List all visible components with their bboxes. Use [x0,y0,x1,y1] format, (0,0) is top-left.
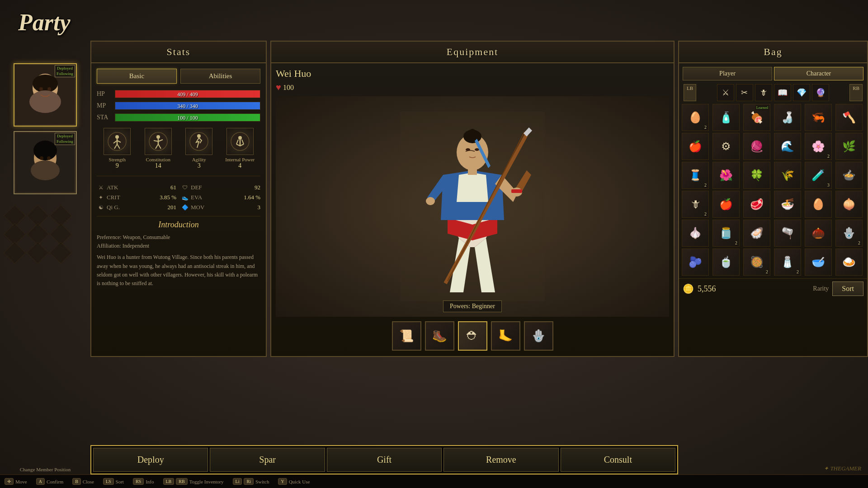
item-icon-15: 🌾 [781,169,794,182]
item-slot-29[interactable]: 🪬2 [835,220,863,247]
item-icon-9: 🌊 [781,140,794,153]
item-slot-15[interactable]: 🌾 [774,162,801,189]
weapon-icon-2[interactable]: 🗡 [755,84,772,101]
move-btn-icon: ✛ [5,478,14,485]
sta-text: 100 / 100 [115,114,260,122]
item-slot-33[interactable]: 🧂2 [774,249,801,276]
tab-abilities[interactable]: Abilities [180,69,260,84]
strength-value: 9 [116,162,119,169]
item-slot-18[interactable]: 🗡2 [682,191,709,218]
item-slot-22[interactable]: 🥚 [805,191,832,218]
mp-row: MP 340 / 340 [97,102,260,110]
item-slot-23[interactable]: 🧅 [835,191,863,218]
crit-val: 3.85 % [151,194,176,201]
item-slot-34[interactable]: 🥣 [805,249,832,276]
lb-indicator[interactable]: LB [684,84,696,101]
svg-point-20 [156,135,160,139]
item-slot-35[interactable]: 🍛 [835,249,863,276]
eva-label: EVA [191,194,234,201]
sort-button[interactable]: Sort [832,282,863,296]
item-slot-28[interactable]: 🌰 [805,220,832,247]
item-slot-25[interactable]: 🫙2 [712,220,740,247]
item-slot-8[interactable]: 🧶 [743,133,770,160]
stats-tabs: Basic Abilities [97,69,260,84]
weapon-icon-3[interactable]: 📖 [774,84,791,101]
weapon-icon-1[interactable]: ✂ [736,84,753,101]
weapon-icon-5[interactable]: 🔮 [812,84,829,101]
weapon-icon-0[interactable]: ⚔ [717,84,734,101]
equip-slot-2[interactable]: ⛑ [458,321,487,351]
weapon-type-icons: ⚔ ✂ 🗡 📖 💎 🔮 [696,84,849,101]
item-slot-20[interactable]: 🥩 [743,191,770,218]
quick-use-label: Quick Use [289,479,310,484]
party-member-1[interactable]: Deployed Following [14,63,77,127]
item-slot-19[interactable]: 🍎 [712,191,740,218]
tab-basic[interactable]: Basic [97,69,177,84]
internal-power-icon [226,128,254,155]
item-slot-4[interactable]: 🦐 [805,104,832,131]
item-slot-3[interactable]: 🍶 [774,104,801,131]
item-learned-2: Learned [755,105,769,110]
item-count-16: 3 [827,183,830,188]
equip-slot-4[interactable]: 🪬 [524,321,553,351]
item-slot-0[interactable]: 🥚2 [682,104,709,131]
party-member-2[interactable]: Deployed Following [14,131,77,194]
weapon-icon-4[interactable]: 💎 [793,84,810,101]
qig-val: 201 [151,204,176,211]
item-slot-13[interactable]: 🌺 [712,162,740,189]
svg-point-27 [197,134,201,138]
mov-icon: 🔷 [181,203,189,211]
item-slot-7[interactable]: ⚙ [712,133,740,160]
svg-point-38 [469,129,476,138]
mp-label: MP [97,102,115,109]
item-slot-2[interactable]: 🍖Learned [743,104,770,131]
item-slot-14[interactable]: 🍀 [743,162,770,189]
lb-btn-icon: LB [163,478,175,485]
gift-button[interactable]: Gift [327,448,442,472]
remove-button[interactable]: Remove [443,448,558,472]
health-val: 100 [283,84,294,92]
change-member-label: Change Member Position [5,467,86,472]
hint-toggle-inv: LB RB Toggle Inventory [163,478,224,485]
item-slot-30[interactable]: 🫐 [682,249,709,276]
intro-preference: Preference: Weapon, Consumable [97,233,260,242]
item-slot-5[interactable]: 🪓 [835,104,863,131]
svg-point-11 [47,156,51,160]
atk-val: 61 [151,184,176,191]
crit-icon: ✦ [97,193,105,202]
lb-rb-row: LB ⚔ ✂ 🗡 📖 💎 🔮 RB [682,83,864,102]
item-slot-24[interactable]: 🧄 [682,220,709,247]
consult-button[interactable]: Consult [561,448,675,472]
equip-slot-3[interactable]: 🦶 [491,321,520,351]
item-slot-31[interactable]: 🍵 [712,249,740,276]
item-slot-16[interactable]: 🧪3 [805,162,832,189]
rb-indicator[interactable]: RB [849,84,863,101]
spar-button[interactable]: Spar [210,448,325,472]
item-slot-1[interactable]: 🧴 [712,104,740,131]
item-slot-9[interactable]: 🌊 [774,133,801,160]
bag-tab-character[interactable]: Character [774,67,863,80]
item-slot-27[interactable]: 🫗 [774,220,801,247]
item-slot-6[interactable]: 🍎 [682,133,709,160]
item-slot-26[interactable]: 🦪 [743,220,770,247]
equip-slot-0[interactable]: 📜 [392,321,421,351]
item-slot-32[interactable]: 🥘2 [743,249,770,276]
bag-tab-player[interactable]: Player [683,67,772,80]
party-sidebar: Deployed Following Deployed Following [0,41,90,348]
item-icon-1: 🧴 [719,111,733,124]
item-icon-7: ⚙ [721,140,731,153]
svg-rect-42 [511,189,522,193]
item-count-0: 2 [704,125,707,130]
item-slot-10[interactable]: 🌸2 [805,133,832,160]
hp-text: 409 / 409 [115,90,260,98]
deploy-button[interactable]: Deploy [93,448,208,472]
item-slot-12[interactable]: 🧵2 [682,162,709,189]
equip-slot-1[interactable]: 🥾 [425,321,454,351]
item-count-33: 2 [797,269,799,274]
item-icon-28: 🌰 [811,227,825,239]
item-slot-11[interactable]: 🌿 [835,133,863,160]
char-portrait-area: Powers: Beginner [276,96,669,317]
watermark: ✦ THEGAMER [824,465,861,472]
item-slot-21[interactable]: 🍜 [774,191,801,218]
item-slot-17[interactable]: 🍲 [835,162,863,189]
